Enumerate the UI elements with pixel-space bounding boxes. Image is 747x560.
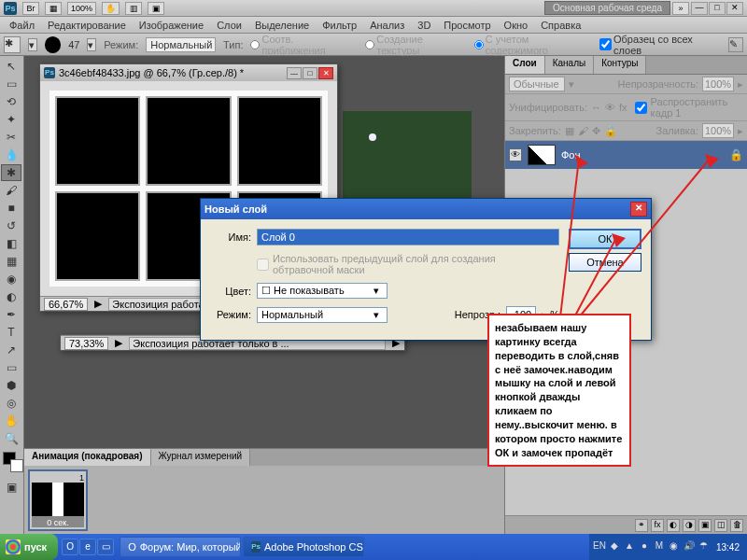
3d-tool-icon[interactable]: ⬢ [1,377,21,394]
bridge-icon[interactable]: Br [22,2,39,15]
doc1-zoom[interactable]: 66,67% [44,298,88,311]
sample-all-checkbox[interactable]: Образец со всех слоев [599,34,721,56]
opera-icon[interactable]: O [62,539,78,555]
chevron-down-icon[interactable]: ▾ [87,38,96,51]
play-icon[interactable]: ▶ [114,337,123,349]
radio-proximity[interactable]: Соотв. приближения [250,34,358,56]
menu-select[interactable]: Выделение [249,19,315,32]
stamp-tool-icon[interactable]: ■ [1,200,21,217]
wand-tool-icon[interactable]: ✦ [1,111,21,128]
menu-filter[interactable]: Фильтр [317,19,362,32]
ie-icon[interactable]: e [79,539,96,555]
unify-position-icon[interactable]: ↔ [591,102,601,113]
mini-bridge-icon[interactable]: ▦ [45,2,62,15]
lock-position-icon[interactable]: ✥ [592,125,600,137]
animation-frame[interactable]: 1 0 сек. [28,469,88,531]
menu-image[interactable]: Изображение [134,19,209,32]
menu-help[interactable]: Справка [535,19,586,32]
screen-mode-icon[interactable]: ▣ [148,2,164,15]
quickmask-icon[interactable]: ▣ [1,479,21,496]
crop-tool-icon[interactable]: ✂ [1,129,21,146]
desktop-icon[interactable]: ▭ [97,539,114,555]
gradient-tool-icon[interactable]: ▦ [1,253,21,270]
color-select[interactable]: ☐ Не показывать▾ [257,283,388,299]
brush-tool-icon[interactable]: 🖌 [1,182,21,199]
radio-texture[interactable]: Создание текстуры [365,34,466,56]
shape-tool-icon[interactable]: ▭ [1,359,21,376]
trash-icon[interactable]: 🗑 [730,519,743,532]
doc-minimize-button[interactable]: — [287,67,302,79]
move-tool-icon[interactable]: ↖ [1,58,21,75]
zoom-tool-icon[interactable]: 🔍 [1,430,21,447]
antivirus-icon[interactable]: ☂ [698,540,711,553]
radio-content-aware[interactable]: С учетом содержимого [474,34,592,56]
hand-tool-icon[interactable]: ✋ [1,413,21,429]
workspace-selector[interactable]: Основная рабочая среда [544,1,670,15]
lock-all-icon[interactable]: 🔒 [604,125,617,137]
clock[interactable]: 13:42 [712,542,743,553]
mode-select[interactable]: Нормальный [146,37,216,52]
maximize-button[interactable]: □ [709,2,726,15]
tray-icon[interactable]: 🔊 [683,540,696,553]
type-tool-icon[interactable]: T [1,324,21,341]
visibility-icon[interactable]: 👁 [509,148,522,161]
lock-transparent-icon[interactable]: ▦ [565,125,574,137]
blend-mode-select[interactable]: Обычные [509,77,565,91]
doc-maximize-button[interactable]: □ [303,67,317,79]
dodge-tool-icon[interactable]: ◐ [1,288,21,305]
fill-field[interactable]: 100% [702,123,734,138]
chevron-down-icon[interactable]: ▾ [28,38,37,51]
menu-file[interactable]: Файл [4,19,40,32]
close-button[interactable]: ✕ [726,2,743,15]
layer-name-input[interactable]: Слой 0 [257,229,559,245]
fx-icon[interactable]: fx [651,519,664,532]
tray-icon[interactable]: ▲ [623,540,636,553]
menu-window[interactable]: Окно [499,19,534,32]
unify-visibility-icon[interactable]: 👁 [605,102,615,113]
opacity-field[interactable]: 100% [702,77,734,91]
pressure-icon[interactable]: ✎ [728,37,743,52]
tab-paths[interactable]: Контуры [594,56,646,74]
link-icon[interactable]: ⚭ [635,519,648,532]
tab-measurements[interactable]: Журнал измерений [151,449,251,466]
tray-icon[interactable]: ◉ [668,540,681,553]
tray-icon[interactable]: ● [638,540,651,553]
unify-style-icon[interactable]: fx [619,102,627,113]
tab-animation[interactable]: Анимация (покадровая) [24,449,151,466]
camera-tool-icon[interactable]: ◎ [1,395,21,412]
history-brush-icon[interactable]: ↺ [1,217,21,234]
folder-icon[interactable]: ▣ [698,519,712,532]
minimize-button[interactable]: — [691,2,708,15]
eraser-tool-icon[interactable]: ◧ [1,235,21,252]
mask-icon[interactable]: ◐ [667,519,680,532]
tab-layers[interactable]: Слои [505,56,545,74]
menu-3d[interactable]: 3D [412,19,436,32]
blur-tool-icon[interactable]: ◉ [1,271,21,287]
zoom-field[interactable]: 100% [67,2,96,15]
taskbar-task-browser[interactable]: OФорум: Мир, который... [120,537,241,557]
menu-analysis[interactable]: Анализ [364,19,410,32]
eyedropper-tool-icon[interactable]: 💧 [1,147,21,163]
lang-indicator[interactable]: EN [593,540,606,553]
workspace-chevron-icon[interactable]: » [672,2,689,15]
frame-duration[interactable]: 0 сек. [32,516,84,527]
tray-icon[interactable]: ◆ [608,540,621,553]
tab-channels[interactable]: Каналы [545,56,595,74]
menu-view[interactable]: Просмотр [438,19,496,32]
hand-icon[interactable]: ✋ [102,2,120,15]
doc2-zoom[interactable]: 73,33% [64,337,108,350]
marquee-tool-icon[interactable]: ▭ [1,76,21,92]
tool-preset-icon[interactable]: ✱ [4,36,21,53]
play-icon[interactable]: ▶ [93,298,103,310]
doc-close-button[interactable]: ✕ [318,67,333,79]
menu-edit[interactable]: Редактирование [42,19,132,32]
path-tool-icon[interactable]: ↗ [1,342,21,358]
background-swatch[interactable] [10,459,23,472]
arrange-icon[interactable]: ▥ [125,2,142,15]
brush-preview-icon[interactable] [45,36,62,53]
menu-layer[interactable]: Слои [211,19,247,32]
lasso-tool-icon[interactable]: ⟲ [1,93,21,110]
tray-icon[interactable]: M [653,540,666,553]
adjustment-icon[interactable]: ◑ [683,519,696,532]
new-layer-icon[interactable]: ◫ [714,519,727,532]
